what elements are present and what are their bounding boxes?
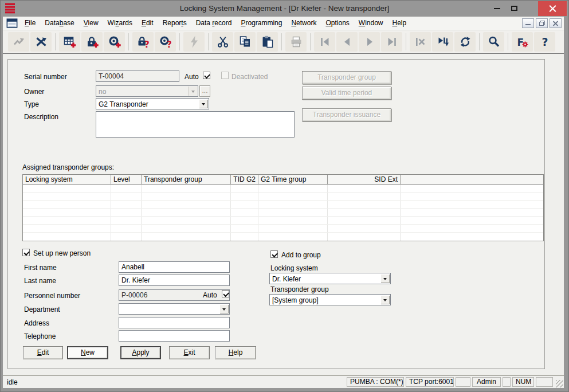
program-button[interactable] xyxy=(183,32,205,52)
jump-connection-icon xyxy=(12,35,26,49)
transponder-group-select[interactable]: [System group] xyxy=(269,294,391,305)
program-icon xyxy=(187,35,201,49)
table-cell xyxy=(111,185,142,192)
goto-record-button[interactable] xyxy=(432,32,453,52)
menu-view[interactable]: View xyxy=(79,17,103,30)
column-header-transponder-group[interactable]: Transponder group xyxy=(142,175,231,184)
type-select[interactable]: G2 Transponder xyxy=(96,98,209,109)
column-header-tid-g2[interactable]: TID G2 xyxy=(231,175,258,184)
type-dropdown-arrow-icon[interactable] xyxy=(199,99,208,108)
apply-button[interactable]: Apply xyxy=(120,346,161,359)
cut-button[interactable] xyxy=(212,32,233,52)
telephone-input[interactable] xyxy=(119,330,230,342)
mdi-minimize-button[interactable] xyxy=(522,18,534,28)
column-header-sid-ext[interactable]: SID Ext xyxy=(328,175,401,184)
next-record-button[interactable] xyxy=(359,32,380,52)
paste-button[interactable] xyxy=(257,32,278,52)
locking-system-select[interactable]: Dr. Kiefer xyxy=(269,273,391,284)
column-header-level[interactable]: Level xyxy=(111,175,142,184)
menu-reports[interactable]: Reports xyxy=(158,17,191,30)
disconnect-button[interactable] xyxy=(30,32,52,52)
jump-connection-button[interactable] xyxy=(8,32,29,52)
edit-button[interactable]: Edit xyxy=(23,346,63,359)
toolbar-separator xyxy=(508,33,508,50)
help-button[interactable]: Help xyxy=(215,346,256,359)
table-row[interactable] xyxy=(23,193,543,201)
print-button[interactable] xyxy=(285,32,307,52)
document-system-menu-icon[interactable] xyxy=(6,18,19,29)
personnel-auto-checkbox[interactable] xyxy=(222,290,229,297)
previous-record-button[interactable] xyxy=(336,32,358,52)
filter-settings-button[interactable]: F xyxy=(512,32,533,52)
transponder-group-dropdown-arrow-icon[interactable] xyxy=(380,295,390,304)
personnel-auto-label: Auto xyxy=(203,291,217,299)
owner-dropdown-arrow-icon[interactable] xyxy=(188,87,197,96)
transponder-group-button[interactable]: Transponder group xyxy=(302,71,391,84)
help-button[interactable]: ? xyxy=(534,32,555,52)
table-row[interactable] xyxy=(23,233,543,241)
mdi-restore-button[interactable] xyxy=(536,18,548,28)
table-cell xyxy=(111,193,142,200)
table-row[interactable] xyxy=(23,201,543,209)
menu-options[interactable]: Options xyxy=(321,17,354,30)
department-select[interactable] xyxy=(119,303,230,315)
table-row[interactable] xyxy=(23,185,543,193)
menu-help[interactable]: Help xyxy=(388,17,411,30)
column-header-blank[interactable] xyxy=(401,175,543,184)
serial-number-input[interactable] xyxy=(96,70,179,82)
goto-record-icon xyxy=(436,35,450,49)
description-textarea[interactable] xyxy=(96,111,295,138)
cancel-record-button[interactable] xyxy=(410,32,431,52)
search-button[interactable] xyxy=(483,32,504,52)
read-lock-button[interactable]: ? xyxy=(132,32,154,52)
last-name-input[interactable] xyxy=(119,275,230,286)
menu-edit[interactable]: Edit xyxy=(137,17,158,30)
add-to-group-checkbox[interactable] xyxy=(270,250,278,258)
new-button[interactable]: New xyxy=(67,346,108,359)
read-transponder-button[interactable]: ? xyxy=(155,32,176,52)
help-icon: ? xyxy=(538,35,552,49)
department-dropdown-arrow-icon[interactable] xyxy=(219,304,229,313)
column-header-g2-time-group[interactable]: G2 Time group xyxy=(258,175,328,184)
locking-system-dropdown-arrow-icon[interactable] xyxy=(380,274,390,283)
valid-time-period-button[interactable]: Valid time period xyxy=(302,87,391,100)
menu-programming[interactable]: Programming xyxy=(236,17,287,30)
minimize-button[interactable] xyxy=(489,1,505,16)
copy-button[interactable] xyxy=(234,32,256,52)
menu-file[interactable]: File xyxy=(20,17,40,30)
first-name-input[interactable] xyxy=(119,261,230,273)
last-record-button[interactable] xyxy=(381,32,402,52)
transponder-issuance-button[interactable]: Transponder issuance xyxy=(302,108,391,121)
table-row[interactable] xyxy=(23,209,543,217)
menu-wizards[interactable]: Wizards xyxy=(103,17,137,30)
new-locking-system-button[interactable] xyxy=(59,32,80,52)
menu-window[interactable]: Window xyxy=(354,17,388,30)
serial-auto-checkbox[interactable] xyxy=(203,72,210,79)
mdi-close-button[interactable] xyxy=(550,18,562,28)
first-record-button[interactable] xyxy=(314,32,335,52)
menu-database[interactable]: Database xyxy=(40,17,79,30)
new-transponder-button[interactable] xyxy=(104,32,125,52)
table-cell xyxy=(258,233,328,241)
deactivated-checkbox[interactable] xyxy=(221,72,229,79)
refresh-button[interactable] xyxy=(454,32,476,52)
status-panel-admin: Admin xyxy=(472,377,501,387)
table-cell xyxy=(328,225,401,232)
telephone-label: Telephone xyxy=(24,332,56,340)
mdi-minimize-icon xyxy=(525,24,531,25)
column-header-locking-system[interactable]: Locking system xyxy=(23,175,111,184)
setup-new-person-checkbox[interactable] xyxy=(22,249,30,256)
table-row[interactable] xyxy=(23,225,543,233)
owner-browse-button[interactable]: ... xyxy=(199,85,210,97)
address-input[interactable] xyxy=(119,317,230,328)
menu-network[interactable]: Network xyxy=(287,17,321,30)
toolbar-separator xyxy=(179,33,180,50)
close-button[interactable] xyxy=(538,1,567,16)
new-lock-button[interactable] xyxy=(81,32,103,52)
menu-data-record[interactable]: Data record xyxy=(191,17,237,30)
exit-button[interactable]: Exit xyxy=(169,346,210,359)
resize-grip[interactable] xyxy=(556,380,563,387)
owner-select[interactable]: no xyxy=(96,85,198,97)
table-row[interactable] xyxy=(23,217,543,225)
maximize-button[interactable] xyxy=(506,1,522,16)
